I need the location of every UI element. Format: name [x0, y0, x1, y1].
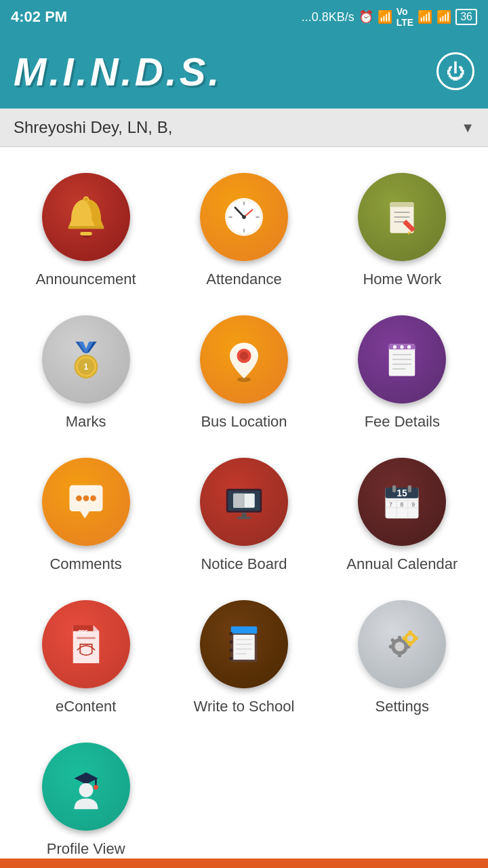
svg-point-73 [229, 640, 232, 644]
svg-rect-80 [389, 645, 394, 648]
grid-item-settings[interactable]: Settings [323, 588, 481, 730]
svg-point-35 [407, 345, 411, 349]
svg-point-72 [229, 632, 232, 635]
grid-item-homework[interactable]: Home Work [323, 161, 481, 303]
grid-item-bus[interactable]: Bus Location [165, 303, 323, 446]
status-time: 4:02 PM [11, 8, 67, 26]
svg-point-30 [240, 352, 248, 360]
svg-text:9: 9 [412, 501, 415, 508]
svg-rect-60 [392, 486, 396, 493]
pdf-icon: PDF [62, 620, 110, 668]
invoice-icon [378, 336, 426, 383]
power-button[interactable]: ⏻ [436, 52, 474, 90]
main-grid: Announcement Attendance [0, 147, 488, 868]
person-icon [62, 763, 110, 810]
notice-icon [200, 458, 288, 546]
settings-label: Settings [375, 698, 430, 715]
grid-item-write[interactable]: Write to School [165, 588, 323, 730]
write-label: Write to School [194, 698, 295, 715]
svg-text:8: 8 [401, 501, 404, 508]
annual-calendar-icon: 15 7 8 9 [378, 478, 426, 526]
svg-rect-49 [237, 517, 251, 519]
location-pin-icon [220, 336, 268, 383]
econtent-label: eContent [56, 698, 116, 715]
profile-icon [42, 743, 130, 831]
svg-rect-79 [398, 652, 401, 657]
svg-point-92 [94, 785, 98, 789]
signal2-icon: 📶 [418, 9, 432, 24]
status-bar: 4:02 PM ...0.8KB/s ⏰ 📶 VoLTE 📶 📶 36 [0, 0, 488, 34]
app-header: M.I.N.D.S. ⏻ [0, 34, 488, 108]
signal-icon: 📶 [378, 9, 392, 24]
svg-point-74 [229, 648, 232, 652]
calendar-label: Annual Calendar [346, 555, 458, 573]
user-name: Shreyoshi Dey, LN, B, [14, 118, 172, 137]
svg-marker-90 [74, 772, 98, 785]
svg-point-13 [242, 215, 245, 218]
announcement-icon [42, 173, 130, 261]
svg-point-33 [393, 345, 396, 349]
bottom-bar [0, 859, 488, 868]
grid-item-econtent[interactable]: PDF eContent [7, 588, 165, 730]
display-board-icon [220, 478, 268, 526]
svg-point-3 [84, 197, 87, 201]
chat-bubble-icon [62, 478, 110, 526]
grid-item-profile[interactable]: Profile View [7, 730, 165, 868]
svg-point-41 [83, 495, 89, 501]
comments-label: Comments [49, 555, 121, 573]
alarm-icon: ⏰ [359, 9, 373, 24]
chevron-down-icon: ▼ [461, 120, 474, 136]
svg-text:PDF: PDF [78, 629, 88, 634]
bus-icon [200, 315, 288, 403]
svg-point-77 [395, 642, 405, 652]
bell-icon [62, 193, 110, 241]
homework-label: Home Work [363, 271, 441, 288]
attendance-icon [200, 173, 288, 261]
svg-rect-15 [390, 202, 414, 207]
svg-rect-61 [408, 486, 411, 493]
settings-icon [358, 600, 446, 688]
announcement-label: Announcement [36, 271, 136, 288]
svg-rect-86 [409, 631, 412, 634]
lte-icon: VoLTE [396, 6, 413, 28]
status-icons: ...0.8KB/s ⏰ 📶 VoLTE 📶 📶 36 [302, 6, 477, 28]
svg-point-75 [229, 656, 232, 660]
notebook-icon [220, 620, 268, 668]
user-selector[interactable]: Shreyoshi Dey, LN, B, ▼ [0, 108, 488, 147]
homework-icon [358, 173, 446, 261]
grid-item-marks[interactable]: 1 Marks [7, 303, 165, 446]
svg-point-42 [90, 495, 96, 501]
svg-point-93 [79, 783, 93, 797]
svg-point-85 [407, 635, 413, 642]
grid-item-notice[interactable]: Notice Board [165, 446, 323, 588]
comments-icon [42, 458, 130, 546]
wifi-icon: 📶 [436, 9, 451, 24]
marks-label: Marks [66, 413, 106, 431]
fee-label: Fee Details [365, 413, 440, 431]
bus-label: Bus Location [201, 413, 287, 431]
network-speed: ...0.8KB/s [302, 10, 354, 24]
svg-text:15: 15 [397, 488, 408, 498]
notepad-pencil-icon [378, 193, 426, 241]
grid-item-comments[interactable]: Comments [7, 446, 165, 588]
svg-rect-87 [409, 642, 412, 646]
svg-point-34 [401, 345, 404, 349]
grid-item-fee[interactable]: Fee Details [323, 303, 481, 446]
svg-text:1: 1 [83, 362, 88, 372]
write-icon [200, 600, 288, 688]
svg-rect-46 [233, 494, 244, 508]
grid-item-calendar[interactable]: 15 7 8 9 Annual Calendar [323, 446, 481, 588]
fee-icon [358, 315, 446, 403]
grid-item-announcement[interactable]: Announcement [7, 161, 165, 303]
app-logo: M.I.N.D.S. [14, 49, 222, 94]
profile-label: Profile View [47, 840, 125, 858]
svg-rect-89 [415, 637, 418, 640]
svg-point-40 [76, 495, 82, 501]
medal-icon: 1 [62, 336, 110, 383]
attendance-label: Attendance [206, 271, 281, 288]
svg-rect-64 [77, 637, 96, 639]
clock-icon [220, 193, 268, 241]
grid-item-attendance[interactable]: Attendance [165, 161, 323, 303]
svg-rect-48 [241, 513, 246, 517]
notice-label: Notice Board [201, 555, 287, 573]
